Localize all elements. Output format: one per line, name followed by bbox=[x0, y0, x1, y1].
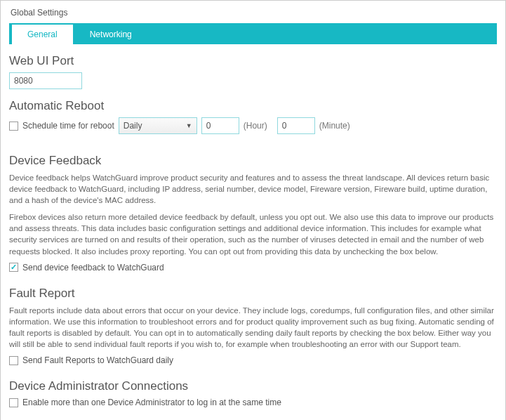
device-feedback-text-1: Device feedback helps WatchGuard improve… bbox=[9, 172, 497, 206]
send-feedback-checkbox[interactable] bbox=[9, 263, 18, 272]
section-fault-report: Fault Report Fault reports include data … bbox=[9, 287, 497, 365]
global-settings-panel: Global Settings General Networking Web U… bbox=[0, 0, 506, 420]
tab-bar: General Networking bbox=[9, 23, 497, 44]
minute-label: (Minute) bbox=[319, 121, 350, 131]
section-device-feedback: Device Feedback Device feedback helps Wa… bbox=[9, 154, 497, 273]
section-web-ui-port: Web UI Port bbox=[9, 54, 497, 89]
send-fault-reports-checkbox[interactable] bbox=[9, 356, 18, 365]
schedule-reboot-label: Schedule time for reboot bbox=[22, 121, 114, 131]
heading-device-feedback: Device Feedback bbox=[9, 154, 497, 168]
fault-report-text: Fault reports include data about errors … bbox=[9, 305, 497, 350]
reboot-frequency-value: Daily bbox=[124, 121, 142, 131]
web-ui-port-input[interactable] bbox=[9, 72, 82, 89]
reboot-minute-input[interactable] bbox=[277, 117, 315, 134]
chevron-down-icon: ▼ bbox=[186, 122, 192, 129]
section-automatic-reboot: Automatic Reboot Schedule time for reboo… bbox=[9, 99, 497, 134]
hour-label: (Hour) bbox=[244, 121, 267, 131]
heading-fault-report: Fault Report bbox=[9, 287, 497, 301]
device-feedback-text-2: Firebox devices also return more detaile… bbox=[9, 211, 497, 256]
multi-admin-label: Enable more than one Device Administrato… bbox=[22, 398, 281, 407]
heading-admin-connections: Device Administrator Connections bbox=[9, 379, 497, 393]
panel-title: Global Settings bbox=[11, 8, 497, 18]
tab-general[interactable]: General bbox=[12, 25, 73, 44]
heading-automatic-reboot: Automatic Reboot bbox=[9, 99, 497, 113]
tab-networking[interactable]: Networking bbox=[74, 25, 147, 44]
schedule-reboot-checkbox[interactable] bbox=[9, 122, 18, 131]
multi-admin-checkbox[interactable] bbox=[9, 398, 18, 407]
send-feedback-label: Send device feedback to WatchGuard bbox=[22, 263, 164, 273]
heading-web-ui-port: Web UI Port bbox=[9, 54, 497, 68]
reboot-frequency-select[interactable]: Daily ▼ bbox=[119, 117, 197, 134]
reboot-hour-input[interactable] bbox=[201, 117, 239, 134]
send-fault-reports-label: Send Fault Reports to WatchGuard daily bbox=[22, 355, 173, 365]
section-admin-connections: Device Administrator Connections Enable … bbox=[9, 379, 497, 407]
